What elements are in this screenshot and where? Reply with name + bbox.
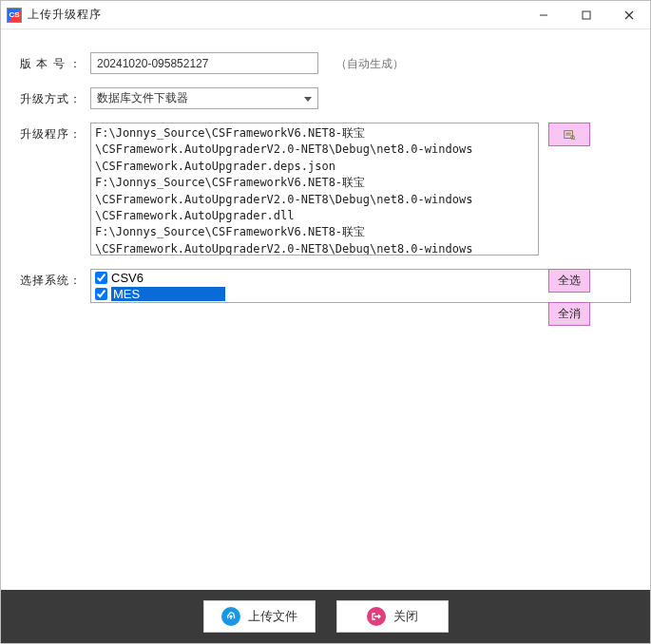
exit-icon — [367, 607, 386, 626]
method-combobox[interactable]: 数据库文件下载器 — [90, 87, 318, 109]
window-title: 上传升级程序 — [28, 7, 102, 23]
deselect-all-button[interactable]: 全消 — [548, 302, 590, 326]
upload-file-button[interactable]: 上传文件 — [203, 600, 316, 633]
app-icon: CS — [7, 8, 22, 23]
close-label: 关闭 — [393, 608, 418, 625]
content-area: 版本号： （自动生成） 升级方式： 数据库文件下载器 升级程序： F:\Jonn… — [1, 29, 650, 590]
system-area: CSV6MES 全选 全消 — [90, 269, 631, 303]
program-row: 升级程序： F:\Jonnys_Source\CSFrameworkV6.NET… — [20, 123, 631, 256]
program-label: 升级程序： — [20, 123, 81, 142]
select-all-button[interactable]: 全选 — [548, 269, 590, 293]
version-label: 版本号： — [20, 52, 81, 72]
maximize-button[interactable] — [565, 1, 607, 28]
window-buttons — [522, 1, 650, 28]
footer-bar: 上传文件 关闭 — [1, 590, 650, 643]
method-value: 数据库文件下载器 — [97, 90, 188, 106]
close-button[interactable]: 关闭 — [336, 600, 449, 633]
minimize-button[interactable] — [522, 1, 565, 28]
system-label: 选择系统： — [20, 269, 81, 289]
system-checkbox[interactable] — [95, 288, 107, 300]
upload-upgrade-window: CS 上传升级程序 版本号： （自动生成） 升级方式： 数据库文件下载器 — [0, 0, 651, 644]
program-area: F:\Jonnys_Source\CSFrameworkV6.NET8-联宝 \… — [90, 123, 631, 256]
auto-generated-label: （自动生成） — [328, 52, 404, 72]
cloud-upload-icon — [221, 607, 240, 626]
browse-icon — [563, 128, 576, 142]
system-checkbox[interactable] — [95, 272, 107, 284]
svg-line-8 — [574, 138, 575, 139]
system-name-label: MES — [111, 287, 225, 301]
system-row: 选择系统： CSV6MES 全选 全消 — [20, 269, 631, 582]
version-row: 版本号： （自动生成） — [20, 52, 631, 74]
system-name-label: CSV6 — [111, 271, 144, 285]
system-side-buttons: 全选 全消 — [548, 269, 590, 326]
upload-file-label: 上传文件 — [248, 608, 297, 625]
method-label: 升级方式： — [20, 87, 81, 107]
titlebar: CS 上传升级程序 — [1, 1, 650, 29]
version-input[interactable] — [90, 52, 318, 74]
program-paths-textbox[interactable]: F:\Jonnys_Source\CSFrameworkV6.NET8-联宝 \… — [90, 123, 539, 256]
svg-rect-1 — [583, 11, 590, 19]
method-row: 升级方式： 数据库文件下载器 — [20, 87, 631, 109]
browse-files-button[interactable] — [548, 123, 590, 146]
close-window-button[interactable] — [607, 1, 650, 28]
